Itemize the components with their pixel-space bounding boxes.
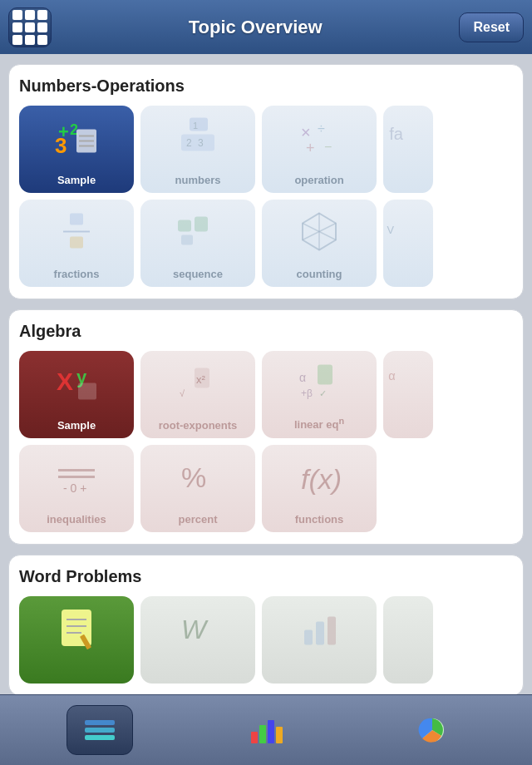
- svg-text:÷: ÷: [318, 121, 325, 136]
- inequalities-icon: - 0 +: [52, 452, 101, 501]
- tile-fractions[interactable]: fractions: [19, 200, 134, 287]
- word-sample-icon: [52, 603, 101, 653]
- reset-button[interactable]: Reset: [459, 12, 524, 42]
- svg-rect-51: [316, 622, 324, 645]
- tile-word-2[interactable]: W: [140, 596, 255, 684]
- svg-rect-54: [85, 728, 115, 733]
- svg-rect-56: [251, 732, 258, 743]
- numbers-icon: 1 2 3: [173, 112, 223, 162]
- svg-text:X: X: [57, 368, 73, 395]
- svg-rect-58: [268, 720, 274, 743]
- svg-text:f(x): f(x): [301, 463, 342, 495]
- tile-algebra-sample[interactable]: X y Sample: [19, 351, 134, 438]
- tile-percent[interactable]: % percent: [140, 445, 255, 532]
- svg-text:V: V: [387, 224, 395, 236]
- section-title-algebra: Algebra: [19, 322, 513, 341]
- main-content: Numbers-Operations + 2 3 Sample: [0, 54, 532, 748]
- tile-label-linear-eq: linear eqn: [294, 417, 344, 432]
- svg-text:%: %: [181, 461, 206, 493]
- svg-rect-55: [85, 735, 115, 740]
- section-word-problems: Word Problems W: [8, 555, 524, 696]
- tile-com-partial[interactable]: V: [383, 200, 433, 287]
- svg-text:α: α: [299, 371, 306, 384]
- word-2-icon: W: [173, 603, 223, 653]
- tile-root-exponents[interactable]: x² √ root-exponents: [140, 351, 255, 438]
- tile-label-inequalities: inequalities: [47, 514, 106, 526]
- tile-label-operation: operation: [294, 175, 343, 186]
- svg-text:√: √: [180, 388, 185, 398]
- tile-sequence[interactable]: sequence: [140, 200, 255, 287]
- tile-linear-eq[interactable]: α +β ✓ linear eqn: [262, 351, 377, 438]
- svg-text:fa: fa: [389, 125, 404, 143]
- tile-label-numbers-sample: Sample: [57, 175, 96, 186]
- svg-text:×: ×: [301, 123, 311, 141]
- svg-rect-52: [328, 617, 336, 645]
- tab-bar: [0, 694, 532, 765]
- svg-text:W: W: [181, 614, 209, 644]
- numbers-sample-icon: + 2 3: [52, 112, 101, 162]
- svg-rect-50: [304, 630, 313, 645]
- page-title: Topic Overview: [189, 17, 323, 38]
- svg-rect-21: [195, 217, 208, 232]
- svg-text:3: 3: [198, 137, 204, 149]
- tile-numbers-sample[interactable]: + 2 3 Sample: [19, 106, 134, 193]
- section-algebra: Algebra X y Sample x² √: [8, 309, 524, 545]
- svg-rect-30: [78, 383, 96, 400]
- section-numbers-operations: Numbers-Operations + 2 3 Sample: [8, 64, 524, 299]
- tile-label-numbers: numbers: [175, 175, 221, 186]
- section-title-numbers: Numbers-Operations: [19, 76, 513, 96]
- tile-functions[interactable]: f(x) functions: [262, 445, 377, 532]
- svg-rect-22: [181, 235, 193, 245]
- numbers-tiles-row1: + 2 3 Sample 1 2: [19, 106, 513, 193]
- tile-counting[interactable]: counting: [262, 200, 377, 287]
- svg-rect-59: [276, 727, 283, 743]
- svg-text:x²: x²: [196, 373, 206, 386]
- tile-label-root-exponents: root-exponents: [159, 420, 238, 432]
- tile-word-4[interactable]: [383, 596, 433, 684]
- svg-text:3: 3: [55, 133, 66, 158]
- tile-label-sequence: sequence: [173, 269, 223, 280]
- tile-label-fractions: fractions: [54, 269, 100, 280]
- svg-rect-35: [318, 365, 332, 385]
- svg-rect-19: [70, 237, 83, 249]
- algebra-tiles-row2: - 0 + inequalities % percent f(x) functi…: [19, 445, 513, 532]
- tab-pie-chart[interactable]: [399, 705, 466, 755]
- tile-fa-partial[interactable]: fa: [383, 106, 433, 193]
- svg-rect-57: [259, 725, 266, 743]
- tile-inequalities[interactable]: - 0 + inequalities: [19, 445, 134, 532]
- tab-pie-icon-wrap: [399, 705, 466, 755]
- functions-icon: f(x): [294, 452, 344, 501]
- tab-bar-icon-wrap: [233, 705, 299, 755]
- tab-bar-chart[interactable]: [233, 705, 299, 755]
- svg-text:+: +: [306, 140, 315, 156]
- tile-quad-partial[interactable]: α: [383, 351, 433, 438]
- tab-list-icon-wrap: [66, 705, 133, 755]
- numbers-tiles-row2: fractions sequence: [19, 200, 513, 287]
- grid-icon: [12, 10, 47, 45]
- fa-icon: fa: [383, 112, 433, 154]
- bar-chart-icon: [248, 715, 284, 745]
- tab-list[interactable]: [66, 705, 133, 755]
- algebra-tiles-row1: X y Sample x² √ root-exponents: [19, 351, 513, 438]
- svg-text:+β: +β: [301, 387, 313, 399]
- word-tiles-row1: W: [19, 596, 513, 684]
- svg-text:−: −: [324, 140, 332, 154]
- tile-label-algebra-sample: Sample: [57, 420, 96, 432]
- svg-text:2: 2: [186, 137, 192, 149]
- percent-icon: %: [173, 452, 223, 501]
- tile-operation[interactable]: × ÷ + − operation: [262, 106, 377, 193]
- svg-rect-20: [178, 220, 191, 232]
- quad-icon: α: [383, 358, 433, 399]
- tile-word-3[interactable]: [262, 596, 377, 684]
- tile-numbers[interactable]: 1 2 3 numbers: [140, 106, 255, 193]
- com-icon: V: [383, 206, 433, 248]
- svg-rect-53: [85, 720, 115, 725]
- tile-word-sample[interactable]: [19, 596, 134, 684]
- linear-eq-icon: α +β ✓: [294, 358, 344, 407]
- operation-icon: × ÷ + −: [294, 112, 344, 162]
- grid-menu-button[interactable]: [8, 7, 52, 47]
- word-3-icon: [294, 603, 344, 653]
- tile-label-counting: counting: [297, 269, 342, 280]
- tile-label-functions: functions: [295, 514, 344, 526]
- root-exp-icon: x² √: [173, 358, 223, 407]
